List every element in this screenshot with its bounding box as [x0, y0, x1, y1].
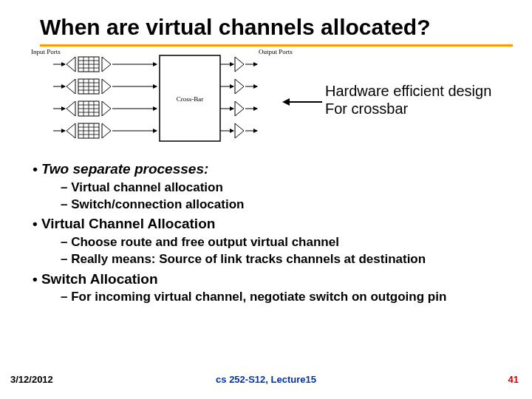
output-row-2: [220, 101, 257, 116]
footer-course: cs 252-S12, Lecture15: [0, 374, 532, 385]
bullet-switch-allocation: Switch Allocation: [33, 270, 502, 288]
bullet-vc-allocation: Virtual Channel Allocation: [33, 215, 502, 233]
footer-page-number: 41: [508, 374, 519, 385]
input-row-2: [53, 101, 157, 116]
bullet-content: Two separate processes: Virtual channel …: [0, 160, 532, 305]
input-row-0: [53, 57, 157, 72]
slide-title: When are virtual channels allocated?: [40, 15, 532, 40]
input-row-1: [53, 79, 157, 94]
subbullet-choose-route: Choose route and free output virtual cha…: [61, 234, 502, 250]
crossbar-label: Cross-Bar: [177, 95, 204, 103]
input-ports-label: Input Ports: [31, 48, 61, 55]
output-row-0: [220, 57, 257, 72]
output-row-3: [220, 123, 257, 138]
svg-marker-27: [282, 98, 290, 106]
input-row-3: [53, 123, 157, 138]
arrow-left-icon: [282, 95, 324, 109]
annotation-line1: Hardware efficient design: [325, 82, 532, 100]
crossbar-diagram: Input Ports Output Ports Cross-Bar: [30, 47, 502, 157]
annotation-block: Hardware efficient design For crossbar: [325, 82, 532, 117]
output-ports-label: Output Ports: [259, 48, 293, 55]
subbullet-vc-alloc: Virtual channel allocation: [61, 180, 502, 195]
annotation-line2: For crossbar: [325, 100, 532, 117]
subbullet-really-means: Really means: Source of link tracks chan…: [61, 251, 502, 267]
slide-footer: 3/12/2012 cs 252-S12, Lecture15 41: [0, 374, 532, 389]
output-row-1: [220, 79, 257, 94]
subbullet-negotiate-switch: For incoming virtual channel, negotiate …: [61, 289, 502, 304]
bullet-two-processes: Two separate processes:: [33, 160, 502, 178]
subbullet-switch-alloc: Switch/connection allocation: [61, 197, 502, 212]
